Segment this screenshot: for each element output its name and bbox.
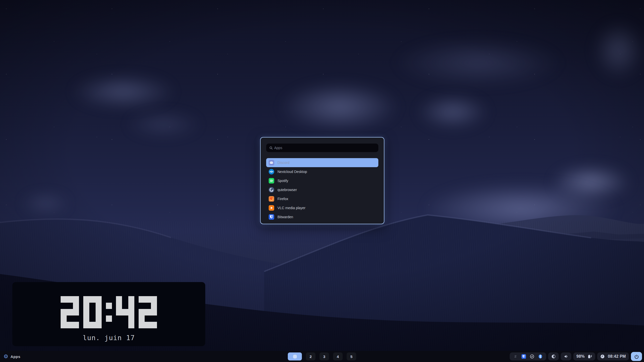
workspace-switcher: 2 3 4 5 [288,351,356,362]
clock-pill[interactable]: 08:42 PM [597,352,629,360]
launcher-item-qutebrowser[interactable]: qutebrowser [266,185,378,194]
cloud [257,73,423,141]
discord-icon [269,160,274,165]
power-button[interactable] [631,352,642,361]
taskbar: ⚙ Apps 2 3 4 5 [0,351,644,362]
search-icon [269,146,273,150]
active-workspace-indicator [293,355,297,358]
launcher-item-bitwarden[interactable]: Bitwarden [266,212,378,221]
launcher-item-vlc[interactable]: VLC media player [266,203,378,212]
night-light-pill[interactable] [548,352,559,360]
check-circle-icon[interactable] [530,354,534,359]
tray-icons-pill [510,352,546,360]
firefox-icon [269,196,274,202]
cloud [536,158,644,206]
cloud [10,189,80,219]
big-clock-digits [61,296,157,328]
app-list: Discord Nextcloud Desktop Spotify [266,158,378,221]
battery-pill[interactable]: 98% [573,352,595,360]
sync-icon[interactable] [513,354,518,359]
workspace-2[interactable]: 2 [306,352,315,360]
launcher-item-label: qutebrowser [277,188,297,192]
apps-button-label: Apps [11,354,20,359]
cloud [365,30,591,96]
bitwarden-tray-icon[interactable] [521,354,526,359]
workspace-5[interactable]: 5 [347,352,356,360]
bitwarden-icon [269,214,274,220]
launcher-item-label: VLC media player [277,206,305,210]
nextcloud-icon [269,169,274,174]
power-icon [634,354,639,359]
clock-icon [600,354,605,359]
battery-charging-icon [588,354,592,359]
gear-icon: ⚙ [4,354,8,359]
speaker-icon [564,354,568,359]
vlc-icon [269,205,274,211]
workspace-3[interactable]: 3 [319,352,329,360]
search-placeholder: Apps [274,146,282,150]
launcher-item-spotify[interactable]: Spotify [266,176,378,185]
workspace-1[interactable] [288,352,302,360]
clock-widget: lun. juin 17 [12,282,205,346]
cloud [50,68,196,116]
system-tray-area: 98% 08:42 PM [510,351,642,362]
apps-button[interactable]: ⚙ Apps [4,351,20,362]
bluetooth-icon[interactable] [538,354,543,359]
cloud [387,173,644,244]
launcher-item-discord[interactable]: Discord [266,158,378,167]
cloud [584,10,644,90]
launcher-item-label: Firefox [277,197,288,201]
workspace-4[interactable]: 4 [333,352,343,360]
qutebrowser-icon [269,187,274,193]
moon-icon [551,354,556,359]
launcher-item-nextcloud[interactable]: Nextcloud Desktop [266,167,378,176]
battery-percent: 98% [576,354,585,359]
clock-date: lun. juin 17 [83,334,135,342]
launcher-item-label: Discord [277,161,289,165]
launcher-item-label: Nextcloud Desktop [277,170,307,174]
app-launcher: Apps Discord Nextcloud Desktop [260,137,384,224]
launcher-item-label: Spotify [277,179,288,183]
cloud [403,88,503,136]
volume-pill[interactable] [561,352,571,360]
launcher-item-firefox[interactable]: Firefox [266,194,378,203]
search-input[interactable]: Apps [266,144,378,152]
launcher-item-label: Bitwarden [277,215,293,219]
cloud [108,106,219,143]
spotify-icon [269,178,274,184]
bar-time: 08:42 PM [608,354,626,359]
